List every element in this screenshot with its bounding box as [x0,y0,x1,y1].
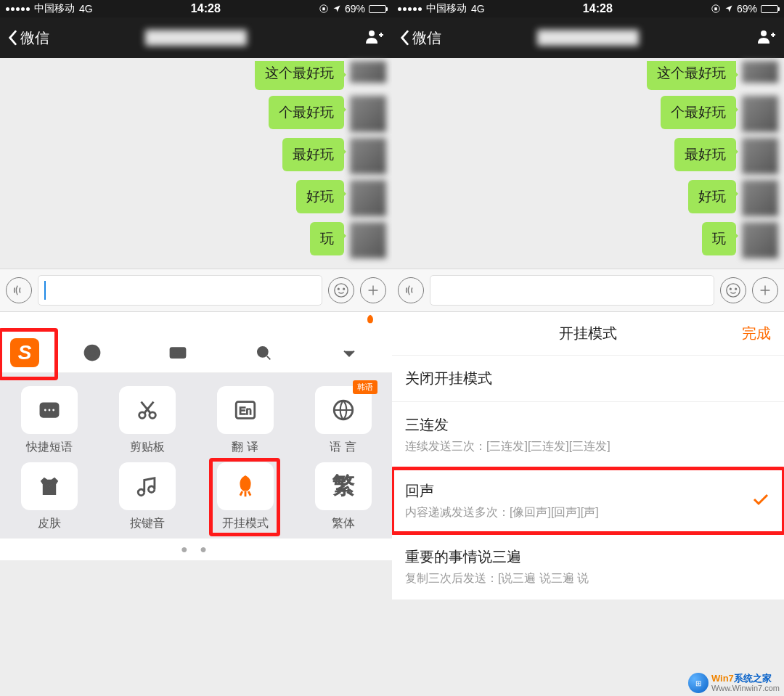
tool-label: 皮肤 [38,516,61,531]
chat-area-right[interactable]: 这个最好玩个最好玩最好玩好玩玩 [392,58,784,269]
message-bubble[interactable]: 这个最好玩 [647,61,736,90]
tool-cheat-mode[interactable]: 开挂模式 [196,462,294,531]
screen-left: 中国移动 4G 14:28 69% 微信 这个最好玩个最好玩最好玩好玩玩 [0,0,392,696]
rocket-icon[interactable] [363,314,377,331]
nav-header: 微信 [392,17,784,58]
sogou-logo-button[interactable]: S [0,332,49,372]
signal-dots-icon [6,7,30,11]
message-row: 最好玩 [392,135,784,177]
chat-title-blurred [145,30,247,46]
text-cursor [44,281,46,300]
svg-text:S: S [46,482,52,493]
svg-point-2 [369,30,375,36]
chevron-left-icon [7,30,17,46]
tool-translate[interactable]: En翻 译 [196,386,294,455]
status-time: 14:28 [485,2,711,15]
settings-item-title: 回声 [405,481,771,501]
svg-rect-9 [171,348,186,358]
tool-label: 剪贴板 [130,440,165,455]
contact-button[interactable] [364,28,385,47]
scissors-icon [119,386,176,434]
avatar[interactable] [742,96,778,132]
carrier-label: 中国移动 [34,2,75,15]
message-input[interactable] [38,275,322,306]
status-time: 14:28 [93,2,319,15]
tool-label: 按键音 [130,516,165,531]
emoji-button[interactable] [720,277,746,303]
avatar[interactable] [350,61,386,83]
avatar[interactable] [742,222,778,258]
svg-point-25 [727,284,740,297]
svg-text:En: En [239,405,251,417]
avatar[interactable] [350,222,386,258]
settings-item[interactable]: 重要的事情说三遍复制三次后发送：[说三遍 说三遍 说 [392,534,784,600]
highlight-setting [392,467,784,535]
message-bubble[interactable]: 玩 [310,222,344,255]
message-bubble[interactable]: 最好玩 [282,138,344,171]
svg-text:繁: 繁 [332,474,354,498]
message-bubble[interactable]: 个最好玩 [269,96,344,129]
svg-point-8 [94,350,95,351]
battery-pct: 69% [345,3,365,15]
voice-input-button[interactable] [398,277,424,303]
message-bubble[interactable]: 这个最好玩 [255,61,344,90]
tool-quick-phrase[interactable]: 快捷短语 [0,386,98,455]
signal-dots-icon [398,7,422,11]
check-icon [752,493,769,509]
message-bubble[interactable]: 最好玩 [674,138,736,171]
message-input[interactable] [430,275,714,306]
done-button[interactable]: 完成 [742,324,771,343]
page-dots: ● ● [0,539,392,560]
lock-rotation-icon [319,4,329,14]
avatar[interactable] [350,138,386,174]
tool-language[interactable]: 韩语语 言 [294,386,392,455]
message-bubble[interactable]: 个最好玩 [661,96,736,129]
plus-button[interactable] [752,277,778,303]
svg-rect-1 [322,7,325,10]
tool-clipboard[interactable]: 剪贴板 [98,386,196,455]
message-row: 玩 [0,219,392,261]
avatar[interactable] [742,180,778,216]
contact-button[interactable] [756,28,777,47]
avatar[interactable] [350,180,386,216]
voice-input-button[interactable] [6,277,32,303]
back-button[interactable]: 微信 [399,28,441,48]
tool-traditional[interactable]: 繁繁体 [294,462,392,531]
network-label: 4G [79,3,93,15]
input-bar [0,269,392,312]
emoji-tab[interactable] [49,332,135,372]
globe-icon: 韩语 [315,386,372,434]
tool-skin[interactable]: S皮肤 [0,462,98,531]
settings-item[interactable]: 关闭开挂模式 [392,356,784,402]
plus-button[interactable] [360,277,386,303]
battery-icon [369,5,386,13]
message-bubble[interactable]: 玩 [702,222,736,255]
status-bar: 中国移动 4G 14:28 69% [0,0,392,17]
avatar[interactable] [742,138,778,174]
collapse-tab[interactable] [306,332,392,372]
search-tab[interactable] [221,332,306,372]
tool-key-sound[interactable]: 按键音 [98,462,196,531]
emoji-button[interactable] [328,277,354,303]
settings-list: 关闭开挂模式三连发连续发送三次：[三连发][三连发][三连发]回声内容递减发送多… [392,356,784,600]
message-bubble[interactable]: 好玩 [296,180,344,213]
message-bubble[interactable]: 好玩 [688,180,736,213]
settings-item[interactable]: 三连发连续发送三次：[三连发][三连发][三连发] [392,402,784,468]
message-row: 最好玩 [0,135,392,177]
message-row: 玩 [392,219,784,261]
svg-point-6 [85,345,100,360]
svg-point-26 [730,288,731,290]
avatar[interactable] [742,61,778,83]
keyboard-tab[interactable] [135,332,221,372]
message-row: 好玩 [0,177,392,219]
chat-area-left[interactable]: 这个最好玩个最好玩最好玩好玩玩 [0,58,392,269]
message-row: 好玩 [392,177,784,219]
message-row: 个最好玩 [392,93,784,135]
svg-rect-23 [714,7,717,10]
chat-title-blurred [537,30,639,46]
status-bar: 中国移动 4G 14:28 69% [392,0,784,17]
avatar[interactable] [350,96,386,132]
back-button[interactable]: 微信 [7,28,49,48]
settings-item[interactable]: 回声内容递减发送多次：[像回声][回声][声] [392,468,784,534]
carrier-label: 中国移动 [426,2,467,15]
